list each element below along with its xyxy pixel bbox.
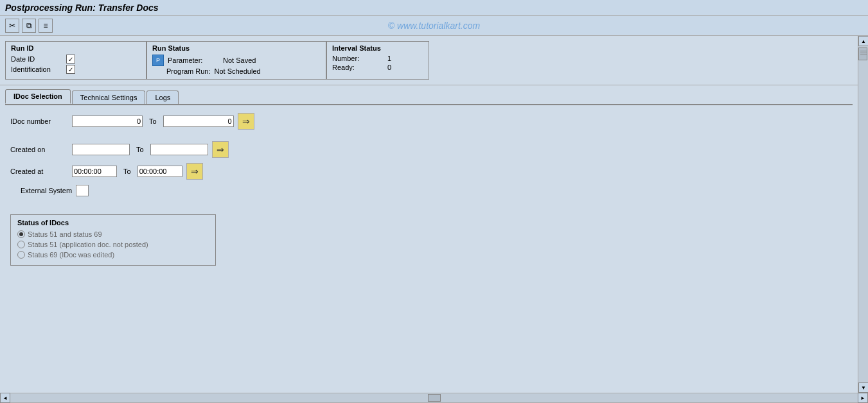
scroll-down-btn[interactable]: ▼ [858, 382, 868, 393]
interval-status-group: Interval Status Number: 1 Ready: 0 [326, 41, 429, 80]
parameter-label: Parameter: [168, 56, 219, 64]
interval-status-title: Interval Status [332, 44, 423, 52]
right-scroll-track [858, 46, 868, 382]
created-on-to-input[interactable] [150, 144, 208, 155]
tab-idoc-selection[interactable]: IDoc Selection [5, 89, 71, 104]
parameter-value: Not Saved [223, 56, 256, 64]
run-id-group: Run ID Date ID ✓ Identification ✓ [5, 41, 146, 80]
toolbar-copy-btn[interactable]: ⧉ [22, 19, 36, 33]
parameter-icon: P [152, 55, 164, 66]
radio-status-69-label: Status 69 (IDoc was edited) [28, 251, 114, 259]
identification-checkbox[interactable]: ✓ [66, 65, 75, 74]
external-system-row: External System [10, 185, 847, 196]
info-section: Run ID Date ID ✓ Identification ✓ Run St… [0, 36, 858, 85]
number-row: Number: 1 [332, 55, 423, 62]
scroll-grip [860, 51, 867, 58]
spacer2 [10, 202, 847, 208]
status-idocs-title: Status of IDocs [17, 219, 209, 227]
created-on-to-label: To [136, 146, 144, 153]
radio-status-69[interactable] [17, 251, 25, 259]
tabs-bar: IDoc Selection Technical Settings Logs [0, 85, 858, 104]
parameter-row: P Parameter: Not Saved [152, 55, 321, 66]
radio-status-51-69[interactable] [17, 230, 25, 238]
bottom-scroll-thumb[interactable] [428, 394, 441, 402]
idoc-number-to-input[interactable] [163, 116, 234, 127]
nav-left-btn[interactable]: ◄ [0, 393, 10, 403]
ready-value: 0 [387, 64, 391, 71]
radio-row-1: Status 51 (application doc. not posted) [17, 241, 209, 248]
idoc-number-from-input[interactable] [72, 116, 143, 127]
program-run-value: Not Scheduled [214, 67, 260, 75]
radio-row-2: Status 69 (IDoc was edited) [17, 251, 209, 259]
scroll-up-btn[interactable]: ▲ [858, 36, 868, 46]
toolbar-cut-btn[interactable]: ✂ [5, 19, 19, 33]
identification-row: Identification ✓ [11, 65, 141, 74]
right-scrollbar: ▲ ▼ [858, 36, 868, 393]
run-status-group: Run Status P Parameter: Not Saved Progra… [146, 41, 326, 80]
external-system-input[interactable] [76, 185, 89, 196]
idoc-number-row: IDoc number To [10, 113, 847, 130]
created-on-arrow-btn[interactable] [212, 141, 229, 158]
number-value: 1 [387, 55, 391, 62]
idoc-to-label: To [149, 117, 157, 125]
radio-row-0: Status 51 and status 69 [17, 230, 209, 238]
spacer1 [10, 135, 847, 141]
idoc-number-label: IDoc number [10, 117, 68, 125]
created-at-from-input[interactable] [72, 166, 117, 177]
date-id-label: Date ID [11, 55, 62, 63]
program-run-row: Program Run: Not Scheduled [152, 67, 321, 75]
content-area: Run ID Date ID ✓ Identification ✓ Run St… [0, 36, 858, 393]
identification-label: Identification [11, 65, 62, 73]
created-at-to-input[interactable] [137, 166, 182, 177]
content-with-scroll: Run ID Date ID ✓ Identification ✓ Run St… [0, 36, 868, 393]
toolbar: ✂ ⧉ ≡ © www.tutorialkart.com [0, 16, 868, 36]
external-system-label: External System [10, 187, 72, 194]
number-label: Number: [332, 55, 384, 62]
created-at-label: Created at [10, 167, 68, 175]
bottom-bar: ◄ ► [0, 393, 868, 403]
date-id-row: Date ID ✓ [11, 55, 141, 64]
tab-technical-settings[interactable]: Technical Settings [72, 90, 146, 104]
title-bar: Postprocessing Run: Transfer Docs [0, 0, 868, 16]
nav-right-btn[interactable]: ► [858, 393, 868, 403]
created-on-row: Created on To [10, 141, 847, 158]
run-id-title: Run ID [11, 44, 141, 52]
page-title: Postprocessing Run: Transfer Docs [5, 3, 159, 13]
ready-label: Ready: [332, 64, 384, 71]
radio-status-51-label: Status 51 (application doc. not posted) [28, 241, 148, 248]
tab-logs[interactable]: Logs [146, 90, 179, 104]
watermark: © www.tutorialkart.com [388, 21, 480, 31]
created-at-row: Created at To [10, 163, 847, 180]
right-scroll-thumb[interactable] [858, 47, 867, 60]
created-at-to-label: To [123, 167, 131, 175]
program-run-label: Program Run: [152, 67, 210, 75]
ready-row: Ready: 0 [332, 64, 423, 71]
form-area: IDoc number To Created on To Created at … [0, 105, 858, 393]
toolbar-menu-btn[interactable]: ≡ [39, 19, 53, 33]
radio-status-51[interactable] [17, 241, 25, 248]
radio-status-51-69-label: Status 51 and status 69 [28, 230, 102, 238]
created-on-from-input[interactable] [72, 144, 130, 155]
created-at-arrow-btn[interactable] [186, 163, 203, 180]
status-idocs-section: Status of IDocs Status 51 and status 69 … [10, 214, 216, 266]
run-status-title: Run Status [152, 44, 321, 52]
bottom-scroll-track [10, 393, 858, 403]
idoc-number-arrow-btn[interactable] [238, 113, 254, 130]
created-on-label: Created on [10, 146, 68, 153]
date-id-checkbox[interactable]: ✓ [66, 55, 75, 64]
